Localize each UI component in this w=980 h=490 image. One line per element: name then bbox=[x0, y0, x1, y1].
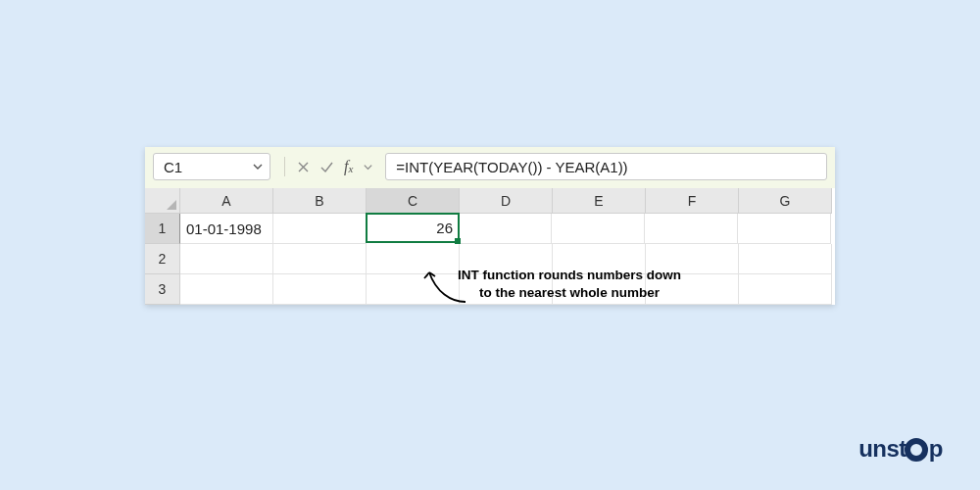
formula-text: =INT(YEAR(TODAY()) - YEAR(A1)) bbox=[396, 159, 627, 175]
cell-C1[interactable]: 26 bbox=[366, 213, 460, 243]
cell-G1[interactable] bbox=[738, 214, 831, 244]
cancel-icon[interactable] bbox=[297, 161, 310, 173]
brand-suffix: p bbox=[929, 435, 943, 463]
column-header-row: A B C D E F G bbox=[145, 188, 835, 214]
cell-G2[interactable] bbox=[739, 244, 832, 274]
cell-A1[interactable]: 01-01-1998 bbox=[180, 214, 273, 244]
col-header-G[interactable]: G bbox=[739, 188, 832, 214]
confirm-icon[interactable] bbox=[319, 161, 334, 173]
cell-B2[interactable] bbox=[273, 244, 367, 274]
select-all-corner[interactable] bbox=[145, 188, 180, 214]
row-header-2[interactable]: 2 bbox=[145, 244, 180, 274]
annotation-text: INT function rounds numbers down to the … bbox=[457, 267, 682, 301]
name-box[interactable]: C1 bbox=[153, 153, 270, 180]
cell-A3[interactable] bbox=[180, 274, 273, 305]
formula-bar-row: C1 fx =INT(YEAR(TODAY()) - YEAR(A1)) bbox=[145, 147, 835, 188]
formula-icon-group: fx bbox=[276, 157, 379, 176]
chevron-down-icon[interactable] bbox=[363, 162, 373, 172]
fx-icon[interactable]: fx bbox=[344, 159, 353, 174]
formula-input[interactable]: =INT(YEAR(TODAY()) - YEAR(A1)) bbox=[385, 153, 827, 180]
brand-ring-icon bbox=[905, 438, 928, 462]
brand-logo: unst p bbox=[858, 435, 943, 463]
cell-F1[interactable] bbox=[645, 214, 738, 244]
row-header-3[interactable]: 3 bbox=[145, 274, 180, 305]
name-box-value: C1 bbox=[164, 159, 182, 175]
col-header-D[interactable]: D bbox=[460, 188, 553, 214]
table-row: 1 01-01-1998 26 bbox=[145, 214, 835, 244]
col-header-B[interactable]: B bbox=[273, 188, 367, 214]
col-header-E[interactable]: E bbox=[553, 188, 646, 214]
cell-D1[interactable] bbox=[459, 214, 552, 244]
col-header-A[interactable]: A bbox=[180, 188, 273, 214]
col-header-C[interactable]: C bbox=[367, 188, 460, 214]
cell-B3[interactable] bbox=[273, 274, 367, 305]
cell-G3[interactable] bbox=[739, 274, 832, 305]
row-header-1[interactable]: 1 bbox=[145, 214, 180, 244]
cell-A2[interactable] bbox=[180, 244, 273, 274]
cell-E1[interactable] bbox=[552, 214, 645, 244]
col-header-F[interactable]: F bbox=[646, 188, 739, 214]
cell-B1[interactable] bbox=[273, 214, 367, 244]
brand-prefix: unst bbox=[858, 435, 906, 463]
chevron-down-icon bbox=[252, 159, 264, 175]
